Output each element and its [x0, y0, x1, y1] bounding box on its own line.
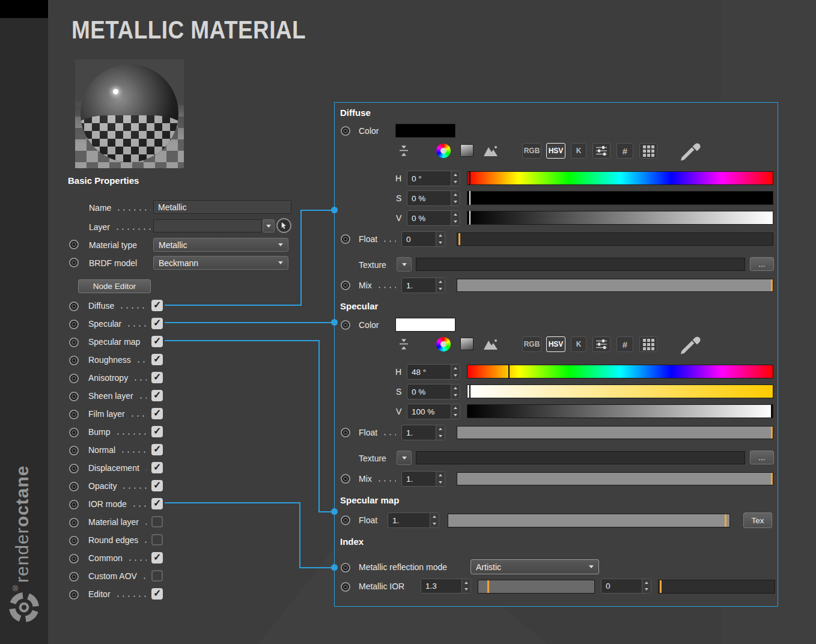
specular-mix-spinner[interactable]: 1.: [401, 471, 445, 487]
spin-up-button[interactable]: [451, 191, 460, 198]
diffuse-mix-spinner[interactable]: 1.: [401, 278, 445, 293]
toggle-checkbox-common[interactable]: [151, 552, 163, 564]
specular-color-socket[interactable]: [341, 320, 350, 330]
diffuse-float-spinner[interactable]: 0: [401, 231, 445, 247]
image-icon[interactable]: [483, 338, 499, 350]
socket-normal[interactable]: [69, 446, 79, 455]
toggle-checkbox-displacement[interactable]: [151, 462, 163, 473]
reflection-mode-dropdown[interactable]: Artistic: [470, 559, 599, 574]
spin-up-button[interactable]: [451, 404, 460, 412]
spin-down-button[interactable]: [451, 392, 460, 399]
spin-down-button[interactable]: [451, 412, 460, 419]
grayscale-icon[interactable]: [460, 144, 473, 157]
diffuse-v-spinner[interactable]: 0 %: [407, 210, 460, 226]
kelvin-mode-button[interactable]: K: [571, 143, 586, 159]
specular-float-slider[interactable]: [457, 426, 773, 439]
socket-sheen-layer[interactable]: [69, 392, 79, 401]
diffuse-mix-slider[interactable]: [457, 279, 773, 292]
spin-down-button[interactable]: [451, 218, 460, 225]
toggle-checkbox-sheen-layer[interactable]: [151, 390, 163, 401]
kelvin-mode-button[interactable]: K: [571, 336, 586, 352]
spin-down-button[interactable]: [462, 586, 470, 594]
toggle-checkbox-opacity[interactable]: [151, 480, 163, 491]
socket-editor[interactable]: [69, 590, 79, 600]
socket-specular-map[interactable]: [69, 338, 79, 347]
toggle-checkbox-material-layer[interactable]: [151, 516, 163, 527]
socket-roughness[interactable]: [69, 356, 79, 365]
specular-mix-slider[interactable]: [457, 472, 773, 485]
name-input[interactable]: Metallic: [153, 200, 291, 214]
palette-grid-button[interactable]: [639, 336, 657, 352]
diffuse-texture-browse-button[interactable]: ...: [750, 257, 774, 271]
spin-down-button[interactable]: [436, 479, 445, 486]
socket-common[interactable]: [69, 554, 79, 564]
node-editor-button[interactable]: Node Editor: [78, 279, 151, 293]
diffuse-mix-socket[interactable]: [341, 281, 350, 290]
toggle-checkbox-ior-mode[interactable]: [151, 498, 163, 509]
toggle-checkbox-diffuse[interactable]: [151, 300, 163, 311]
toggle-checkbox-anisotropy[interactable]: [151, 372, 163, 383]
diffuse-hue-bar[interactable]: [467, 171, 773, 185]
specular-float-spinner[interactable]: 1.: [401, 425, 445, 440]
spin-down-button[interactable]: [436, 433, 445, 440]
color-wheel-icon[interactable]: [436, 337, 451, 351]
spin-down-button[interactable]: [451, 372, 460, 379]
specular-texture-field[interactable]: [416, 451, 745, 464]
socket-material-layer[interactable]: [69, 518, 79, 527]
specular-saturation-bar[interactable]: [467, 384, 773, 398]
slider-handle[interactable]: [458, 233, 460, 245]
swap-arrows-icon[interactable]: [396, 143, 412, 159]
brdf-model-socket[interactable]: [69, 258, 79, 267]
diffuse-saturation-bar[interactable]: [467, 191, 773, 205]
spin-up-button[interactable]: [436, 232, 445, 239]
socket-custom-aov[interactable]: [69, 572, 79, 582]
specular-map-tex-button[interactable]: Tex: [743, 512, 772, 528]
spin-down-button[interactable]: [430, 520, 439, 527]
spin-up-button[interactable]: [451, 211, 460, 218]
layer-pick-button[interactable]: [276, 218, 291, 233]
spin-down-button[interactable]: [451, 178, 460, 186]
metallic-ior-spinner[interactable]: 1.3: [421, 579, 471, 594]
specular-color-swatch[interactable]: [395, 318, 455, 332]
toggle-checkbox-bump[interactable]: [151, 426, 163, 437]
spin-down-button[interactable]: [436, 285, 445, 293]
metallic-ior-slider[interactable]: [478, 580, 595, 594]
color-wheel-icon[interactable]: [436, 144, 451, 158]
spin-up-button[interactable]: [430, 513, 439, 520]
diffuse-h-spinner[interactable]: 0 °: [407, 171, 460, 186]
swap-arrows-icon[interactable]: [396, 336, 412, 352]
specular-texture-dropdown[interactable]: [397, 451, 412, 465]
hsv-mode-button[interactable]: HSV: [546, 143, 565, 159]
diffuse-texture-field[interactable]: [416, 258, 745, 271]
socket-film-layer[interactable]: [69, 410, 79, 419]
specular-float-socket[interactable]: [341, 428, 350, 437]
material-type-socket[interactable]: [69, 240, 79, 249]
spin-down-button[interactable]: [451, 198, 460, 205]
grayscale-icon[interactable]: [460, 338, 473, 350]
specular-texture-browse-button[interactable]: ...: [750, 451, 774, 464]
diffuse-color-swatch[interactable]: [395, 124, 455, 138]
toggle-checkbox-editor[interactable]: [151, 588, 163, 600]
eyedropper-icon[interactable]: [675, 335, 703, 354]
slider-handle[interactable]: [660, 580, 662, 593]
metallic-ior-secondary-spinner[interactable]: 0: [601, 579, 651, 594]
socket-displacement[interactable]: [69, 464, 79, 473]
diffuse-float-slider[interactable]: [457, 232, 773, 246]
socket-opacity[interactable]: [69, 482, 79, 491]
hex-mode-button[interactable]: #: [617, 336, 633, 352]
spin-up-button[interactable]: [451, 384, 460, 392]
toggle-checkbox-specular-map[interactable]: [151, 336, 163, 347]
hex-mode-button[interactable]: #: [617, 143, 633, 159]
reflection-mode-socket[interactable]: [341, 563, 350, 573]
specular-hue-bar[interactable]: [467, 365, 773, 378]
metallic-ior-socket[interactable]: [341, 582, 350, 592]
mixer-sliders-button[interactable]: [592, 143, 610, 159]
socket-diffuse[interactable]: [69, 302, 79, 311]
socket-bump[interactable]: [69, 428, 79, 437]
hsv-mode-button[interactable]: HSV: [546, 336, 565, 352]
diffuse-color-socket[interactable]: [341, 126, 350, 136]
diffuse-texture-dropdown[interactable]: [397, 257, 412, 272]
material-type-dropdown[interactable]: Metallic: [153, 238, 288, 252]
spin-up-button[interactable]: [451, 365, 460, 372]
slider-handle[interactable]: [771, 473, 773, 485]
